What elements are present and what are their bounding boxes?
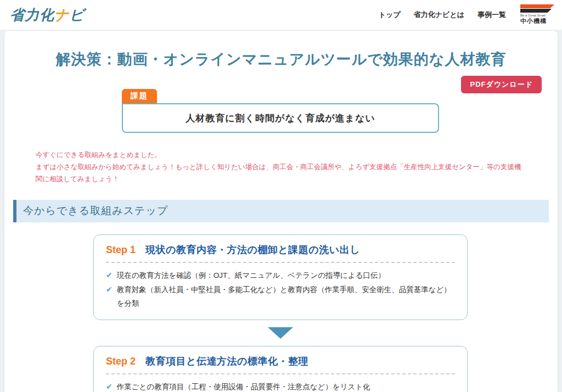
step-2-item-1: ✔ 作業ごとの教育項目（工程・使用設備・品質要件・注意点など）をリスト化 bbox=[106, 380, 455, 392]
page-title: 解決策：動画・オンラインマニュアルツールで効果的な人材教育 bbox=[4, 31, 558, 69]
site-header: 省力化ナビ トップ 省力化ナビとは 事例一覧 Be a Great Small.… bbox=[0, 0, 562, 30]
issue-box: 人材教育に割く時間がなく育成が進まない bbox=[122, 103, 439, 133]
arrow-down-icon bbox=[268, 327, 293, 339]
issue-badge: 課題 bbox=[122, 89, 157, 103]
smrj-logo[interactable]: Be a Great Small. 中小機構 bbox=[520, 4, 554, 25]
content-card: 解決策：動画・オンラインマニュアルツールで効果的な人材教育 PDFダウンロード … bbox=[4, 31, 558, 392]
check-icon: ✔ bbox=[106, 283, 113, 297]
check-icon: ✔ bbox=[106, 380, 113, 392]
main-nav: トップ 省力化ナビとは 事例一覧 bbox=[379, 10, 506, 20]
step-1-head: Step 1 現状の教育内容・方法の棚卸と課題の洗い出し bbox=[106, 243, 455, 256]
logo-text-2: ナ bbox=[54, 7, 70, 23]
issue-block: 課題 人材教育に割く時間がなく育成が進まない bbox=[122, 89, 439, 133]
step-1-divider bbox=[106, 262, 455, 263]
step-1-item-2-text: 教育対象（新入社員・中堅社員・多能工化など）と教育内容（作業手順、安全衛生、品質… bbox=[117, 283, 455, 311]
step-2-item-1-text: 作業ごとの教育項目（工程・使用設備・品質要件・注意点など）をリスト化 bbox=[117, 380, 370, 392]
step-1-title: 現状の教育内容・方法の棚卸と課題の洗い出し bbox=[145, 243, 360, 256]
step-2-head: Step 2 教育項目と伝達方法の標準化・整理 bbox=[106, 355, 455, 368]
site-logo[interactable]: 省力化ナビ bbox=[10, 5, 85, 25]
intro-line-2: まずは小さな取組みから始めてみましょう！もっと詳しく知りたい場合は、商工会・商工… bbox=[36, 163, 521, 183]
pdf-download-button[interactable]: PDFダウンロード bbox=[461, 76, 542, 93]
intro-text: 今すぐにできる取組みをまとめました。 まずは小さな取組みから始めてみましょう！も… bbox=[36, 149, 522, 186]
smrj-logo-stripe-dark bbox=[520, 9, 552, 13]
steps-wrap: Step 1 現状の教育内容・方法の棚卸と課題の洗い出し ✔ 現在の教育方法を確… bbox=[93, 234, 468, 392]
smrj-logo-stripe-orange bbox=[520, 4, 554, 8]
intro-line-1: 今すぐにできる取組みをまとめました。 bbox=[36, 151, 161, 159]
step-1-label: Step 1 bbox=[106, 244, 136, 256]
nav-item-top[interactable]: トップ bbox=[379, 10, 401, 20]
nav-item-cases[interactable]: 事例一覧 bbox=[477, 10, 506, 20]
step-2-title: 教育項目と伝達方法の標準化・整理 bbox=[145, 355, 308, 368]
step-1-item-1: ✔ 現在の教育方法を確認（例：OJT、紙マニュアル、ベテランの指導による口伝） bbox=[106, 268, 455, 283]
step-2-label: Step 2 bbox=[106, 356, 136, 367]
step-box-1: Step 1 現状の教育内容・方法の棚卸と課題の洗い出し ✔ 現在の教育方法を確… bbox=[93, 234, 468, 320]
logo-text-1: 省力化 bbox=[10, 7, 54, 23]
step-box-2: Step 2 教育項目と伝達方法の標準化・整理 ✔ 作業ごとの教育項目（工程・使… bbox=[93, 346, 468, 392]
smrj-logo-name: 中小機構 bbox=[520, 17, 554, 25]
step-1-item-2: ✔ 教育対象（新入社員・中堅社員・多能工化など）と教育内容（作業手順、安全衛生、… bbox=[106, 283, 455, 311]
nav-item-about[interactable]: 省力化ナビとは bbox=[414, 10, 464, 20]
header-right: トップ 省力化ナビとは 事例一覧 Be a Great Small. 中小機構 bbox=[379, 4, 554, 25]
step-2-divider bbox=[106, 373, 455, 374]
section-heading: 今からできる取組みステップ bbox=[13, 200, 549, 222]
logo-text-3: ビ bbox=[70, 7, 85, 23]
check-icon: ✔ bbox=[106, 268, 113, 283]
step-1-item-1-text: 現在の教育方法を確認（例：OJT、紙マニュアル、ベテランの指導による口伝） bbox=[117, 269, 385, 283]
